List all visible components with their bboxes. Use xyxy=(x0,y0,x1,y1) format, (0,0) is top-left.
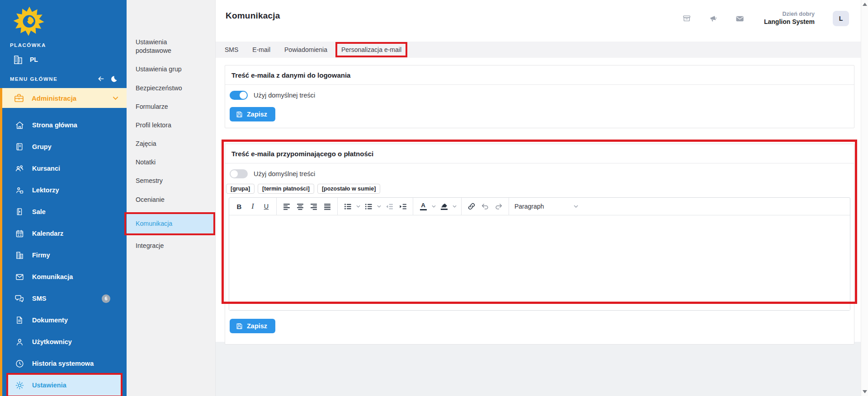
sidebar-item-sms[interactable]: SMS 6 xyxy=(2,288,127,309)
save-button[interactable]: Zapisz xyxy=(230,319,275,333)
clock-icon xyxy=(14,359,24,368)
scroll-up-arrow-icon[interactable] xyxy=(863,3,867,6)
sidebar-item-dokumenty[interactable]: Dokumenty xyxy=(2,309,127,331)
briefcase-icon xyxy=(14,93,24,103)
sidebar-item-historia-systemowa[interactable]: Historia systemowa xyxy=(2,353,127,374)
subnav-item-profil-lektora[interactable]: Profil lektora xyxy=(127,121,215,130)
subnav-item-zajecia[interactable]: Zajęcia xyxy=(127,140,215,148)
sidebar-item-sale[interactable]: Sale xyxy=(2,201,127,223)
subnav-item-semestry[interactable]: Semestry xyxy=(127,177,215,185)
gear-icon xyxy=(14,381,24,390)
bullet-list-button[interactable] xyxy=(341,200,354,213)
sidebar-item-grupy[interactable]: Grupy xyxy=(2,136,127,158)
save-button[interactable]: Zapisz xyxy=(230,107,275,121)
messages-envelope-icon[interactable] xyxy=(736,14,744,23)
page-header: Komunikacja Dzień dobry Langlion System … xyxy=(216,0,868,42)
journal-icon xyxy=(14,142,24,151)
editor-toolbar: B I U xyxy=(229,198,850,215)
highlight-color-chevron-icon[interactable] xyxy=(451,200,458,213)
sidebar-item-lektorzy[interactable]: Lektorzy xyxy=(2,179,127,201)
redo-button[interactable] xyxy=(492,200,505,213)
archive-icon[interactable] xyxy=(683,14,691,23)
page-scrollbar[interactable] xyxy=(861,0,868,396)
communication-tabs: SMS E-mail Powiadomienia Personalizacja … xyxy=(216,42,868,58)
document-icon xyxy=(14,316,24,325)
indent-button[interactable] xyxy=(396,200,410,213)
main-sidebar: PLACÓWKA PL MENU GŁÓWNE Administracja xyxy=(0,0,127,396)
branch-label: PL xyxy=(30,56,38,63)
sidebar-item-label: Firmy xyxy=(32,252,50,259)
envelope-icon xyxy=(14,272,24,282)
collapse-sidebar-icon[interactable] xyxy=(97,75,105,83)
default-content-toggle-row: Użyj domyślnej treści xyxy=(225,163,854,183)
undo-button[interactable] xyxy=(478,200,492,213)
subnav-item-ustawienia-grup[interactable]: Ustawienia grup xyxy=(127,65,215,74)
sidebar-item-uzytkownicy[interactable]: Użytkownicy xyxy=(2,331,127,353)
settings-subnav: Ustawienia podstawowe Ustawienia grup Be… xyxy=(127,0,216,396)
login-email-card: Treść e-maila z danymi do logowania Użyj… xyxy=(225,65,854,128)
scroll-down-arrow-icon[interactable] xyxy=(863,390,867,393)
justify-button[interactable] xyxy=(321,200,334,213)
building-icon xyxy=(13,54,24,65)
italic-button[interactable]: I xyxy=(246,200,259,213)
subnav-item-integracje[interactable]: Integracje xyxy=(127,242,215,250)
subnav-item-bezpieczenstwo[interactable]: Bezpieczeństwo xyxy=(127,84,215,93)
sidebar-item-komunikacja[interactable]: Komunikacja xyxy=(2,266,127,288)
sidebar-item-kalendarz[interactable]: Kalendarz xyxy=(2,223,127,244)
toggle-label: Użyj domyślnej treści xyxy=(254,92,315,99)
content-footer-area xyxy=(216,342,868,396)
numbered-list-chevron-icon[interactable] xyxy=(375,200,382,213)
card-title: Treść e-maila z danymi do logowania xyxy=(225,65,854,85)
dark-mode-moon-icon[interactable] xyxy=(110,75,118,83)
menu-glowne-row: MENU GŁÓWNE xyxy=(0,66,127,88)
numbered-list-button[interactable] xyxy=(362,200,375,213)
sidebar-item-label: Dokumenty xyxy=(32,317,68,324)
tab-personalizacja-email[interactable]: Personalizacja e-mail xyxy=(341,46,401,53)
subnav-item-formularze[interactable]: Formularze xyxy=(127,102,215,111)
subnav-item-ustawienia-podstawowe[interactable]: Ustawienia podstawowe xyxy=(127,38,215,55)
merge-tag-termin-platnosci[interactable]: [termin płatności] xyxy=(258,184,314,194)
tab-email[interactable]: E-mail xyxy=(252,46,270,53)
outdent-button[interactable] xyxy=(382,200,396,213)
sidebar-item-label: Użytkownicy xyxy=(32,338,72,345)
align-right-button[interactable] xyxy=(307,200,321,213)
merge-tag-grupa[interactable]: [grupa] xyxy=(226,184,255,194)
subnav-item-komunikacja[interactable]: Komunikacja xyxy=(127,214,215,233)
tab-sms[interactable]: SMS xyxy=(225,46,238,53)
use-default-content-toggle[interactable] xyxy=(230,169,248,178)
branch-selector[interactable]: PL xyxy=(0,49,127,66)
toggle-label: Użyj domyślnej treści xyxy=(254,170,315,177)
avatar[interactable]: L xyxy=(833,11,849,26)
bullet-list-chevron-icon[interactable] xyxy=(354,200,362,213)
subnav-item-notatki[interactable]: Notatki xyxy=(127,158,215,167)
merge-tag-pozostalo-w-sumie[interactable]: [pozostało w sumie] xyxy=(317,184,380,194)
highlight-color-button[interactable] xyxy=(437,200,451,213)
sidebar-item-strona-glowna[interactable]: Strona główna xyxy=(2,114,127,136)
bold-button[interactable]: B xyxy=(232,200,246,213)
align-center-button[interactable] xyxy=(293,200,307,213)
announcements-megaphone-icon[interactable] xyxy=(709,14,717,23)
sidebar-item-kursanci[interactable]: Kursanci xyxy=(2,158,127,179)
align-left-button[interactable] xyxy=(280,200,293,213)
sms-count-badge: 6 xyxy=(102,294,110,303)
user-greeting: Dzień dobry Langlion System xyxy=(764,11,815,26)
paragraph-format-select[interactable]: Paragraph xyxy=(509,198,583,215)
placowka-label: PLACÓWKA xyxy=(0,40,127,49)
tab-powiadomienia[interactable]: Powiadomienia xyxy=(284,46,327,53)
sidebar-item-ustawienia[interactable]: Ustawienia xyxy=(8,374,121,396)
editor-content-area[interactable] xyxy=(229,215,850,310)
menu-glowne-label: MENU GŁÓWNE xyxy=(10,76,57,82)
text-color-chevron-icon[interactable] xyxy=(430,200,437,213)
sidebar-item-label: Komunikacja xyxy=(32,273,73,280)
save-floppy-icon xyxy=(236,323,243,330)
sidebar-item-firmy[interactable]: Firmy xyxy=(2,244,127,266)
underline-button[interactable]: U xyxy=(259,200,273,213)
link-button[interactable] xyxy=(465,200,478,213)
format-select-value: Paragraph xyxy=(514,203,544,210)
sidebar-item-administracja[interactable]: Administracja xyxy=(0,88,127,108)
text-color-button[interactable]: A xyxy=(416,200,430,213)
company-buildings-icon xyxy=(14,251,24,260)
subnav-item-ocenianie[interactable]: Ocenianie xyxy=(127,196,215,204)
door-icon xyxy=(14,207,24,216)
use-default-content-toggle[interactable] xyxy=(230,91,248,100)
